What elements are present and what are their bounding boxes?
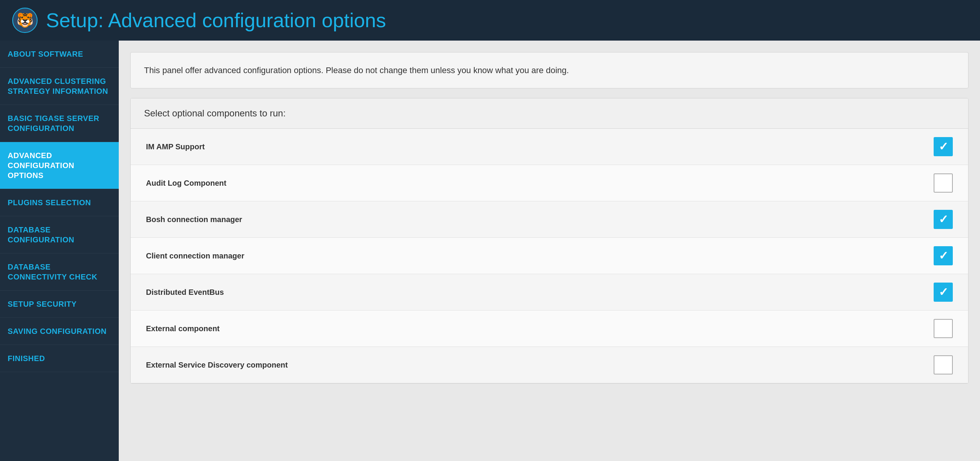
component-name: Audit Log Component — [146, 179, 226, 188]
component-name: IM AMP Support — [146, 142, 205, 151]
checkbox-unchecked[interactable] — [934, 319, 953, 338]
component-name: Client connection manager — [146, 252, 244, 260]
checkbox-container: ✓ — [934, 283, 953, 302]
checkbox-container: ✓ — [934, 210, 953, 229]
sidebar-item-setup-security[interactable]: SETUP SECURITY — [0, 291, 119, 318]
app-logo-icon: 🐯 — [11, 7, 38, 34]
checkbox-container — [934, 173, 953, 193]
component-name: Distributed EventBus — [146, 288, 224, 297]
sidebar-item-basic-tigase[interactable]: BASIC TIGASE SERVER CONFIGURATION — [0, 105, 119, 142]
checkbox-checked[interactable]: ✓ — [934, 137, 953, 156]
page-title: Setup: Advanced configuration options — [46, 9, 386, 32]
sidebar-item-database-config[interactable]: DATABASE CONFIGURATION — [0, 216, 119, 253]
info-text: This panel offer advanced configuration … — [144, 64, 955, 77]
main-content: This panel offer advanced configuration … — [119, 41, 980, 461]
component-row: External Service Discovery component — [131, 347, 968, 383]
component-row: Distributed EventBus✓ — [131, 274, 968, 311]
svg-text:🐯: 🐯 — [16, 12, 34, 28]
main-layout: ABOUT SOFTWAREADVANCED CLUSTERING STRATE… — [0, 41, 980, 461]
component-name: External Service Discovery component — [146, 361, 288, 369]
sidebar-item-database-connectivity[interactable]: DATABASE CONNECTIVITY CHECK — [0, 253, 119, 291]
checkbox-checked[interactable]: ✓ — [934, 246, 953, 265]
checkbox-container: ✓ — [934, 246, 953, 265]
component-row: IM AMP Support✓ — [131, 129, 968, 165]
checkbox-checked[interactable]: ✓ — [934, 210, 953, 229]
app-header: 🐯 Setup: Advanced configuration options — [0, 0, 980, 41]
checkbox-unchecked[interactable] — [934, 355, 953, 374]
components-section: Select optional components to run: IM AM… — [130, 98, 969, 384]
checkbox-checked[interactable]: ✓ — [934, 283, 953, 302]
components-header: Select optional components to run: — [131, 98, 968, 129]
sidebar-item-plugins-selection[interactable]: PLUGINS SELECTION — [0, 189, 119, 216]
component-name: Bosh connection manager — [146, 215, 242, 224]
info-box: This panel offer advanced configuration … — [130, 52, 969, 88]
checkmark-icon: ✓ — [939, 250, 948, 262]
checkmark-icon: ✓ — [939, 141, 948, 152]
sidebar-item-saving-config[interactable]: SAVING CONFIGURATION — [0, 318, 119, 345]
checkmark-icon: ✓ — [939, 286, 948, 298]
component-name: External component — [146, 324, 220, 333]
checkmark-icon: ✓ — [939, 214, 948, 225]
checkbox-container: ✓ — [934, 137, 953, 156]
sidebar: ABOUT SOFTWAREADVANCED CLUSTERING STRATE… — [0, 41, 119, 461]
component-row: Client connection manager✓ — [131, 238, 968, 274]
sidebar-item-finished[interactable]: FINISHED — [0, 345, 119, 372]
component-row: Audit Log Component — [131, 165, 968, 201]
sidebar-item-about-software[interactable]: ABOUT SOFTWARE — [0, 41, 119, 68]
checkbox-container — [934, 355, 953, 374]
sidebar-item-advanced-config[interactable]: ADVANCED CONFIGURATION OPTIONS — [0, 142, 119, 189]
checkbox-container — [934, 319, 953, 338]
sidebar-item-advanced-clustering[interactable]: ADVANCED CLUSTERING STRATEGY INFORMATION — [0, 68, 119, 105]
checkbox-unchecked[interactable] — [934, 173, 953, 193]
component-row: External component — [131, 311, 968, 347]
component-row: Bosh connection manager✓ — [131, 201, 968, 238]
